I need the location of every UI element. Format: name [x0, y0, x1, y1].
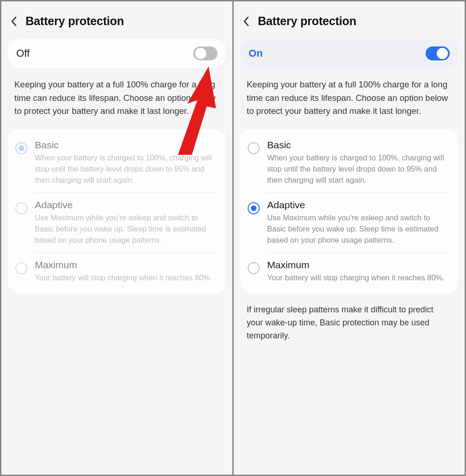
radio-icon [15, 262, 27, 274]
option-basic[interactable]: Basic When your battery is charged to 10… [8, 133, 226, 192]
option-title: Basic [35, 139, 217, 151]
back-icon[interactable] [11, 16, 17, 26]
option-title: Maximum [35, 259, 217, 271]
radio-icon [15, 142, 27, 154]
option-title: Adaptive [267, 199, 449, 211]
option-title: Adaptive [35, 199, 217, 211]
option-subtitle: When your battery is charged to 100%, ch… [35, 152, 217, 186]
pane-on: Battery protection On Keeping your batte… [234, 1, 465, 475]
toggle-state-label: On [249, 47, 263, 60]
header: Battery protection [234, 1, 465, 36]
master-toggle-row[interactable]: On [240, 39, 458, 68]
description-text: Keeping your battery at a full 100% char… [1, 68, 232, 127]
option-maximum[interactable]: Maximum Your battery will stop charging … [35, 252, 217, 290]
description-text: Keeping your battery at a full 100% char… [234, 68, 465, 127]
page-title: Battery protection [26, 14, 124, 28]
option-subtitle: Use Maximum while you're asleep and swit… [35, 212, 217, 246]
back-icon[interactable] [243, 16, 249, 26]
header: Battery protection [1, 1, 232, 36]
options-list: Basic When your battery is charged to 10… [240, 129, 458, 293]
toggle-switch[interactable] [193, 46, 217, 60]
option-adaptive[interactable]: Adaptive Use Maximum while you're asleep… [267, 192, 449, 252]
option-title: Maximum [267, 259, 449, 271]
option-title: Basic [267, 139, 449, 151]
option-subtitle: Use Maximum while you're asleep and swit… [267, 212, 449, 246]
option-subtitle: When your battery is charged to 100%, ch… [267, 152, 449, 186]
toggle-switch[interactable] [426, 46, 450, 60]
options-list: Basic When your battery is charged to 10… [8, 129, 226, 293]
master-toggle-row[interactable]: Off [8, 39, 226, 68]
page-title: Battery protection [258, 14, 356, 28]
option-adaptive[interactable]: Adaptive Use Maximum while you're asleep… [35, 192, 217, 252]
radio-icon [15, 202, 27, 214]
pane-off: Battery protection Off Keeping your batt… [1, 1, 232, 475]
footnote-text: If irregular sleep patterns make it diff… [234, 293, 465, 353]
option-subtitle: Your battery will stop charging when it … [267, 272, 449, 284]
radio-icon [248, 202, 260, 214]
option-maximum[interactable]: Maximum Your battery will stop charging … [267, 252, 449, 290]
option-subtitle: Your battery will stop charging when it … [35, 272, 217, 284]
toggle-state-label: Off [16, 47, 30, 60]
radio-icon [248, 142, 260, 154]
radio-icon [248, 262, 260, 274]
option-basic[interactable]: Basic When your battery is charged to 10… [240, 133, 458, 192]
